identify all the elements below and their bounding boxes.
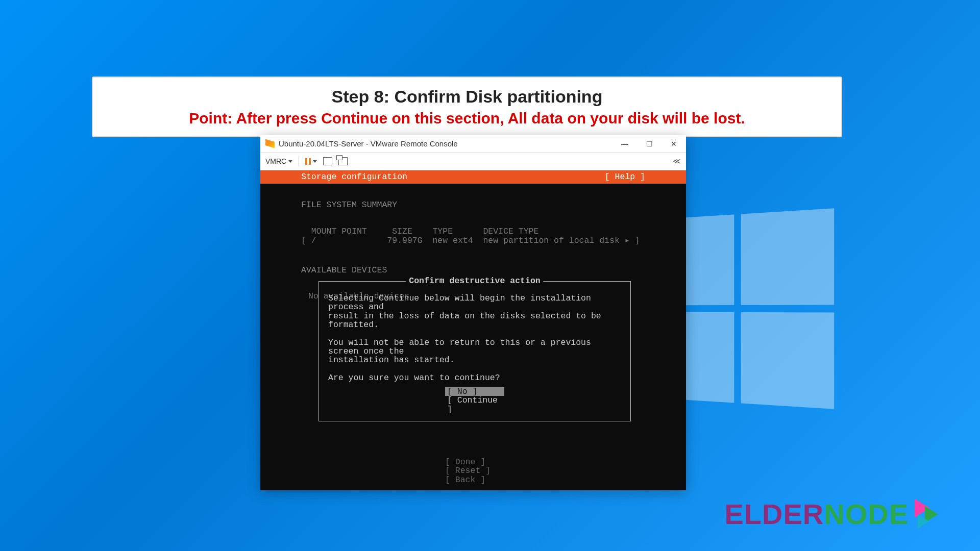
vmware-toolbar: VMRC ≪ [260, 153, 686, 170]
vmrc-menu[interactable]: VMRC [265, 157, 292, 165]
vmware-window: Ubuntu-20.04LTS-Server - VMware Remote C… [260, 135, 686, 490]
installer-terminal[interactable]: Storage configuration [ Help ] FILE SYST… [260, 170, 686, 490]
back-button[interactable]: [ Back ] [445, 475, 501, 484]
send-cad-button[interactable] [323, 157, 332, 165]
sound-icon[interactable]: ≪ [673, 157, 681, 166]
bottom-buttons: [ Done ] [ Reset ] [ Back ] [260, 458, 686, 484]
send-keys-icon [323, 157, 332, 165]
instruction-banner: Step 8: Confirm Disk partitioning Point:… [92, 77, 842, 137]
vmrc-label: VMRC [265, 157, 286, 165]
pause-button[interactable] [305, 158, 317, 165]
reset-button[interactable]: [ Reset ] [445, 466, 501, 475]
confirm-dialog: Confirm destructive action Selecting Con… [318, 281, 631, 421]
done-button[interactable]: [ Done ] [445, 458, 501, 466]
logo-node: NODE [824, 498, 909, 530]
eldernode-logo: ELDERNODE [724, 497, 949, 531]
fs-row[interactable]: [ / 79.997G new ext4 new partition of lo… [301, 236, 640, 245]
close-button[interactable]: ✕ [662, 135, 686, 153]
pause-icon [305, 158, 311, 165]
logo-elder: ELDER [724, 498, 824, 530]
fullscreen-button[interactable] [338, 157, 348, 165]
fs-columns: MOUNT POINT SIZE TYPE DEVICE TYPE [301, 227, 538, 236]
banner-title: Step 8: Confirm Disk partitioning [108, 87, 826, 107]
logo-mark-icon [913, 499, 949, 530]
chevron-down-icon [288, 160, 292, 163]
dialog-title: Confirm destructive action [406, 277, 543, 285]
no-button[interactable]: [ No ] [445, 387, 504, 396]
vmware-icon [265, 139, 275, 148]
maximize-button[interactable]: ☐ [637, 135, 662, 153]
minimize-button[interactable]: — [612, 135, 637, 153]
installer-title: Storage configuration [301, 172, 407, 181]
fullscreen-icon [338, 157, 348, 165]
separator [299, 156, 299, 166]
dialog-body: Selecting Continue below will begin the … [328, 294, 621, 382]
continue-button[interactable]: [ Continue ] [445, 396, 504, 414]
available-devices-label: AVAILABLE DEVICES [301, 266, 645, 274]
chevron-down-icon [313, 160, 317, 163]
window-titlebar[interactable]: Ubuntu-20.04LTS-Server - VMware Remote C… [260, 135, 686, 153]
installer-header: Storage configuration [ Help ] [260, 170, 686, 184]
window-title: Ubuntu-20.04LTS-Server - VMware Remote C… [279, 139, 612, 148]
banner-point: Point: After press Continue on this sect… [108, 110, 826, 127]
help-button[interactable]: [ Help ] [605, 172, 645, 181]
fs-summary-label: FILE SYSTEM SUMMARY [301, 201, 645, 209]
